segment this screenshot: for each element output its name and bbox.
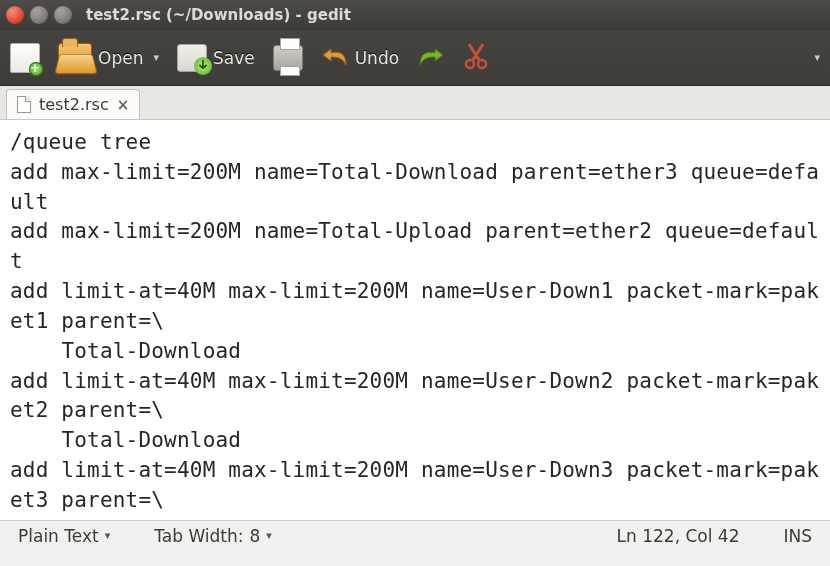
tab-width-selector[interactable]: Tab Width: 8 ▾ [154,526,272,546]
new-document-button[interactable] [10,43,40,73]
tab-width-value: 8 [250,526,261,546]
open-button[interactable]: Open ▾ [58,43,159,73]
scissors-icon [463,42,489,74]
toolbar: Open ▾ Save Undo ▾ [0,30,830,86]
save-button[interactable]: Save [177,44,255,72]
printer-icon [273,45,303,71]
save-icon [177,44,207,72]
tab-close-icon[interactable]: × [117,96,130,114]
svg-point-1 [478,60,486,68]
tab-label: test2.rsc [39,95,109,114]
redo-button[interactable] [417,45,445,71]
syntax-label: Plain Text [18,526,99,546]
insert-mode[interactable]: INS [783,526,812,546]
print-button[interactable] [273,45,303,71]
window-minimize-button[interactable] [30,6,48,24]
chevron-down-icon: ▾ [266,529,272,542]
chevron-down-icon[interactable]: ▾ [153,51,159,64]
tab-width-label: Tab Width: [154,526,243,546]
tab-bar: test2.rsc × [0,86,830,120]
tab-test2-rsc[interactable]: test2.rsc × [6,89,140,119]
open-label: Open [98,48,143,68]
status-bar: Plain Text ▾ Tab Width: 8 ▾ Ln 122, Col … [0,520,830,550]
window-close-button[interactable] [6,6,24,24]
document-icon [17,96,31,113]
editor-textarea[interactable]: /queue tree add max-limit=200M name=Tota… [0,120,830,520]
cut-button[interactable] [463,42,489,74]
syntax-selector[interactable]: Plain Text ▾ [18,526,110,546]
folder-open-icon [58,43,92,73]
svg-point-0 [466,60,474,68]
new-document-icon [10,43,40,73]
redo-icon [417,45,445,71]
window-title: test2.rsc (~/Downloads) - gedit [86,6,351,24]
undo-label: Undo [355,48,399,68]
window-maximize-button[interactable] [54,6,72,24]
toolbar-overflow-icon[interactable]: ▾ [814,51,820,64]
undo-button[interactable]: Undo [321,45,399,71]
save-label: Save [213,48,255,68]
title-bar: test2.rsc (~/Downloads) - gedit [0,0,830,30]
undo-icon [321,45,349,71]
cursor-position: Ln 122, Col 42 [617,526,740,546]
chevron-down-icon: ▾ [105,529,111,542]
